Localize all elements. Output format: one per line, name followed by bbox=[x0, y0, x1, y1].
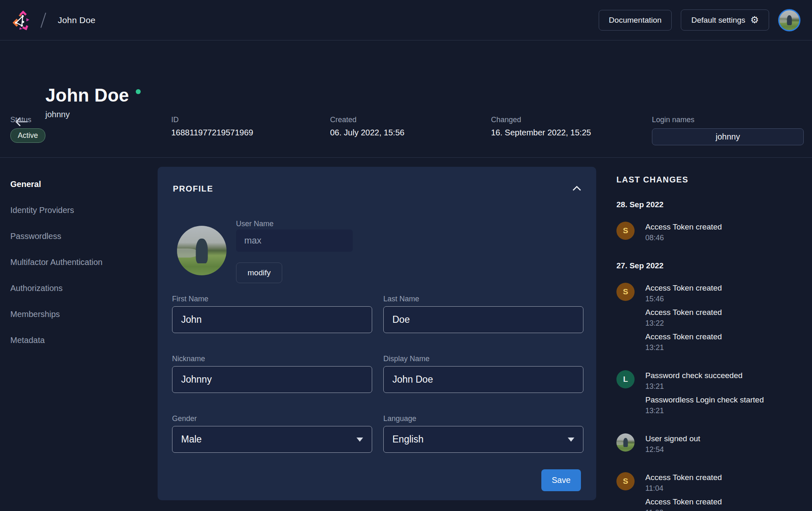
created-value: 06. July 2022, 15:56 bbox=[330, 128, 404, 137]
timeline-entry-title: Access Token created bbox=[645, 284, 722, 293]
timeline-entry-title: Password check succeeded bbox=[645, 371, 764, 380]
last-name-input[interactable] bbox=[383, 306, 583, 333]
timeline-entries: User signed out12:54 bbox=[645, 433, 700, 454]
page-title: John Doe bbox=[45, 85, 129, 105]
display-name-input[interactable] bbox=[383, 366, 583, 393]
page-subtitle: johnny bbox=[45, 110, 141, 119]
sidebar-item-metadata[interactable]: Metadata bbox=[10, 335, 146, 345]
documentation-button[interactable]: Documentation bbox=[599, 10, 672, 31]
timeline-entry-title: User signed out bbox=[645, 434, 700, 443]
breadcrumb-divider bbox=[40, 12, 46, 28]
chevron-up-icon bbox=[572, 185, 582, 191]
meta-status: Status Active bbox=[10, 116, 45, 143]
default-settings-button[interactable]: Default settings ⚙ bbox=[681, 9, 769, 31]
timeline-entry[interactable]: Access Token created13:22 bbox=[645, 308, 722, 328]
timeline-entry[interactable]: Access Token created11:04 bbox=[645, 473, 722, 493]
timeline-entry[interactable]: Access Token created11:02 bbox=[645, 497, 722, 511]
save-button[interactable]: Save bbox=[541, 469, 581, 491]
language-select[interactable]: English bbox=[383, 426, 583, 453]
profile-section-title: PROFILE bbox=[173, 184, 213, 194]
nickname-input[interactable] bbox=[172, 366, 372, 393]
login-name-chip[interactable]: johnny bbox=[652, 128, 804, 145]
language-label: Language bbox=[383, 414, 583, 423]
gender-label: Gender bbox=[172, 414, 372, 423]
timeline-entry-title: Access Token created bbox=[645, 222, 722, 232]
collapse-section-button[interactable] bbox=[570, 182, 584, 195]
status-badge: Active bbox=[10, 128, 45, 143]
timeline-entry-time: 13:21 bbox=[645, 382, 764, 391]
sidebar-item-identity-providers[interactable]: Identity Providers bbox=[10, 205, 146, 215]
timeline-entry-title: Access Token created bbox=[645, 332, 722, 341]
display-name-label: Display Name bbox=[383, 355, 583, 363]
id-value: 168811977219571969 bbox=[171, 128, 253, 137]
sidebar-item-memberships[interactable]: Memberships bbox=[10, 309, 146, 319]
timeline-entry-time: 13:22 bbox=[645, 319, 722, 328]
meta-created: Created 06. July 2022, 15:56 bbox=[330, 116, 404, 137]
login-names-label: Login names bbox=[652, 116, 804, 124]
profile-photo[interactable] bbox=[177, 226, 227, 275]
timeline-entry-title: Access Token created bbox=[645, 473, 722, 482]
language-value: English bbox=[392, 434, 423, 445]
timeline-date: 28. Sep 2022 bbox=[616, 200, 807, 209]
timeline-entry-title: Access Token created bbox=[645, 308, 722, 317]
timeline-entry[interactable]: User signed out12:54 bbox=[645, 434, 700, 454]
modify-button[interactable]: modify bbox=[236, 263, 282, 283]
dropdown-caret-icon bbox=[568, 438, 574, 442]
user-name-input[interactable] bbox=[236, 229, 353, 252]
timeline-cluster: User signed out12:54 bbox=[616, 433, 807, 454]
timeline-entry-time: 11:04 bbox=[645, 484, 722, 493]
sidebar-item-multifactor-authentication[interactable]: Multifactor Authentication bbox=[10, 257, 146, 267]
gender-value: Male bbox=[181, 434, 202, 445]
top-bar: John Doe Documentation Default settings … bbox=[0, 0, 812, 40]
timeline-date: 27. Sep 2022 bbox=[616, 261, 807, 270]
status-label: Status bbox=[10, 116, 45, 124]
timeline-cluster: SAccess Token created15:46Access Token c… bbox=[616, 283, 807, 352]
last-changes-list: 28. Sep 2022SAccess Token created08:4627… bbox=[616, 200, 807, 511]
profile-card: PROFILE User Name modify First Name Last… bbox=[158, 167, 596, 500]
meta-login-names: Login names johnny bbox=[652, 116, 804, 145]
page-header: John Doe johnny Status Active ID 1688119… bbox=[0, 40, 812, 158]
last-name-label: Last Name bbox=[383, 295, 583, 303]
gender-select[interactable]: Male bbox=[172, 426, 372, 453]
timeline-entry[interactable]: Password check succeeded13:21 bbox=[645, 371, 764, 391]
timeline-entry-time: 13:21 bbox=[645, 407, 764, 415]
timeline-entry-time: 11:02 bbox=[645, 509, 722, 511]
timeline-avatar-letter: L bbox=[616, 370, 635, 388]
first-name-label: First Name bbox=[172, 295, 372, 303]
timeline-entries: Password check succeeded13:21Passwordles… bbox=[645, 370, 764, 415]
timeline-cluster: SAccess Token created08:46 bbox=[616, 222, 807, 242]
sidebar-item-authorizations[interactable]: Authorizations bbox=[10, 283, 146, 293]
timeline-entry-title: Passwordless Login check started bbox=[645, 395, 764, 405]
changed-label: Changed bbox=[491, 116, 591, 124]
timeline-entry[interactable]: Passwordless Login check started13:21 bbox=[645, 395, 764, 415]
nickname-label: Nickname bbox=[172, 355, 372, 363]
sidebar-item-passwordless[interactable]: Passwordless bbox=[10, 231, 146, 241]
timeline-entry[interactable]: Access Token created15:46 bbox=[645, 284, 722, 303]
meta-changed: Changed 16. September 2022, 15:25 bbox=[491, 116, 591, 137]
gear-icon: ⚙ bbox=[750, 15, 759, 25]
last-changes-panel: LAST CHANGES 28. Sep 2022SAccess Token c… bbox=[616, 175, 807, 511]
last-changes-title: LAST CHANGES bbox=[616, 175, 807, 185]
timeline-entry-time: 08:46 bbox=[645, 234, 722, 242]
timeline-avatar-letter: S bbox=[616, 222, 635, 240]
sidebar-nav: GeneralIdentity ProvidersPasswordlessMul… bbox=[10, 179, 146, 361]
timeline-entry-time: 15:46 bbox=[645, 295, 722, 303]
id-label: ID bbox=[171, 116, 253, 124]
timeline-entries: Access Token created15:46Access Token cr… bbox=[645, 283, 722, 352]
timeline-entry[interactable]: Access Token created13:21 bbox=[645, 332, 722, 352]
changed-value: 16. September 2022, 15:25 bbox=[491, 128, 591, 137]
timeline-avatar-letter: S bbox=[616, 283, 635, 301]
timeline-entry[interactable]: Access Token created08:46 bbox=[645, 222, 722, 242]
zitadel-logo-icon[interactable] bbox=[12, 10, 31, 30]
meta-id: ID 168811977219571969 bbox=[171, 116, 253, 137]
first-name-input[interactable] bbox=[172, 306, 372, 333]
timeline-entry-time: 13:21 bbox=[645, 343, 722, 352]
breadcrumb[interactable]: John Doe bbox=[58, 15, 96, 25]
user-avatar[interactable] bbox=[778, 9, 800, 31]
dropdown-caret-icon bbox=[356, 438, 363, 442]
timeline-avatar-photo bbox=[616, 433, 635, 452]
documentation-label: Documentation bbox=[609, 16, 662, 25]
timeline-entries: Access Token created08:46 bbox=[645, 222, 722, 242]
sidebar-item-general[interactable]: General bbox=[10, 179, 146, 189]
created-label: Created bbox=[330, 116, 404, 124]
